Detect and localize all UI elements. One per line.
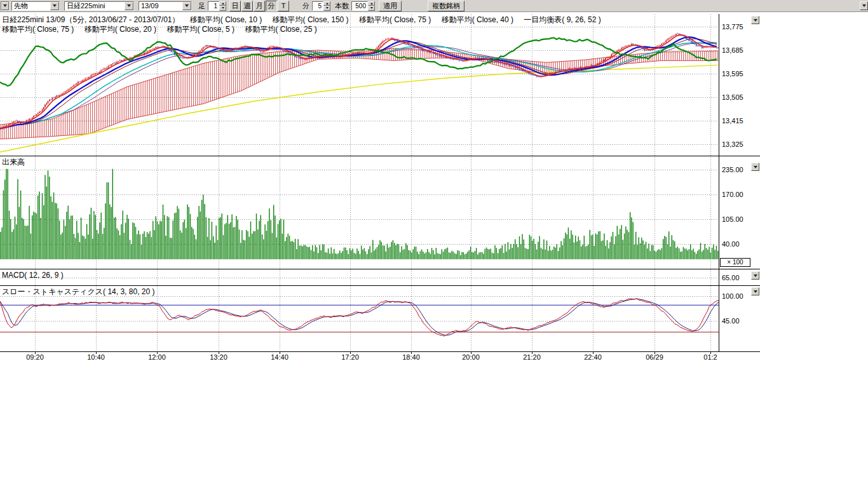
indicator-label: 移動平均( Close, 75 ) xyxy=(2,25,74,34)
volume-tick-label: 170.00 xyxy=(722,191,743,198)
time-tick-label: 13:20 xyxy=(205,353,232,361)
stoch-tick-label: 45.00 xyxy=(722,317,740,325)
time-tick-label: 12:00 xyxy=(144,353,170,361)
indicator-label: 移動平均( Close, 40 ) xyxy=(442,15,513,24)
time-tick-label: 14:40 xyxy=(266,353,293,361)
macd-tick-label: 65.00 xyxy=(722,274,740,281)
time-tick-label: 18:40 xyxy=(398,353,424,361)
time-tick-label: 10:40 xyxy=(83,353,109,361)
chevron-down-icon xyxy=(754,274,757,277)
price-tick-label: 13,775 xyxy=(722,23,743,30)
time-tick-label: 22:40 xyxy=(580,353,606,361)
indicator-label: 移動平均( Close, 150 ) xyxy=(273,15,349,24)
chart-area: 日経225mini 13/09（5分, 2013/06/27 - 2013/07… xyxy=(0,12,868,488)
chevron-down-icon xyxy=(754,19,757,22)
indicator-label: 移動平均( Close, 5 ) xyxy=(166,25,234,34)
time-tick-label: 21:20 xyxy=(519,353,545,361)
chart-header-row2: 移動平均( Close, 75 ) 移動平均( Close, 20 ) 移動平均… xyxy=(2,24,325,35)
time-tick-label: 01:2 xyxy=(697,353,724,361)
volume-panel-label: 出来高 xyxy=(2,157,25,168)
macd-panel-label: MACD( 12, 26, 9 ) xyxy=(2,271,64,280)
volume-tick-label: 235.00 xyxy=(722,166,743,173)
volume-scale-box: × 100 xyxy=(720,258,750,267)
chart-title: 日経225mini 13/09（5分, 2013/06/27 - 2013/07… xyxy=(2,15,180,24)
stochastics-panel-label: スロー・ストキャスティクス( 14, 3, 80, 20 ) xyxy=(2,287,154,297)
macd-panel-menu-button[interactable] xyxy=(751,271,759,280)
indicator-label: 移動平均( Close, 75 ) xyxy=(359,15,431,24)
volume-tick-label: 105.00 xyxy=(722,215,743,223)
price-tick-label: 13,325 xyxy=(722,140,743,148)
time-tick-label: 06/29 xyxy=(641,353,668,361)
stoch-k-line xyxy=(0,299,719,336)
time-tick-label: 17:20 xyxy=(337,353,363,361)
price-panel-menu-button[interactable] xyxy=(751,16,759,24)
chevron-down-icon xyxy=(754,290,757,293)
volume-panel-menu-button[interactable] xyxy=(751,163,759,171)
price-tick-label: 13,505 xyxy=(722,93,743,101)
indicator-label: 一目均衡表( 9, 26, 52 ) xyxy=(524,15,600,24)
time-tick-label: 20:00 xyxy=(458,353,484,361)
price-tick-label: 13,685 xyxy=(722,46,743,54)
stochastics-panel-menu-button[interactable] xyxy=(751,287,759,295)
volume-tick-label: 40.00 xyxy=(722,240,740,248)
volume-bars xyxy=(0,169,718,259)
price-tick-label: 13,415 xyxy=(722,117,743,125)
indicator-label: 移動平均( Close, 25 ) xyxy=(245,25,316,34)
stoch-tick-label: 100.00 xyxy=(722,292,743,300)
price-tick-label: 13,595 xyxy=(722,70,743,78)
indicator-label: 移動平均( Close, 10 ) xyxy=(190,15,262,24)
app-window: 先物 日経225mini 13/09 足 1 日 週 月 分 T 分 5 xyxy=(0,0,868,488)
time-tick-label: 09:20 xyxy=(22,353,48,361)
stoch-d-line xyxy=(0,299,719,335)
chevron-down-icon xyxy=(754,166,757,168)
indicator-label: 移動平均( Close, 20 ) xyxy=(85,25,156,34)
